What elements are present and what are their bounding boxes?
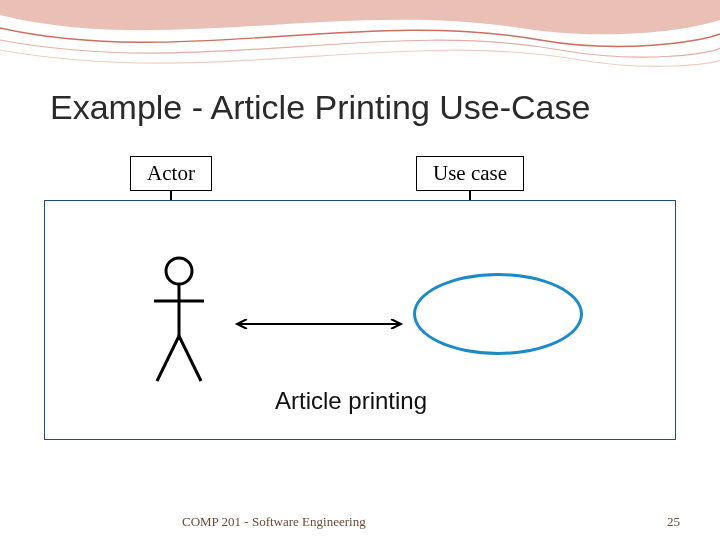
actor-label-text: Actor xyxy=(147,161,195,185)
usecase-label-box: Use case xyxy=(416,156,524,191)
actor-stick-figure-icon xyxy=(149,256,209,386)
usecase-label-text: Use case xyxy=(433,161,507,185)
svg-line-3 xyxy=(157,336,179,381)
actor-label-box: Actor xyxy=(130,156,212,191)
diagram-caption: Article printing xyxy=(275,387,427,415)
usecase-oval xyxy=(413,273,583,355)
slide-title: Example - Article Printing Use-Case xyxy=(50,88,590,127)
footer-page-number: 25 xyxy=(667,514,680,530)
footer-course: COMP 201 - Software Engineering xyxy=(182,514,366,530)
association-arrow-icon xyxy=(231,319,407,329)
usecase-diagram: Article printing xyxy=(44,200,676,440)
decorative-wave xyxy=(0,0,720,90)
svg-line-4 xyxy=(179,336,201,381)
svg-point-0 xyxy=(166,258,192,284)
